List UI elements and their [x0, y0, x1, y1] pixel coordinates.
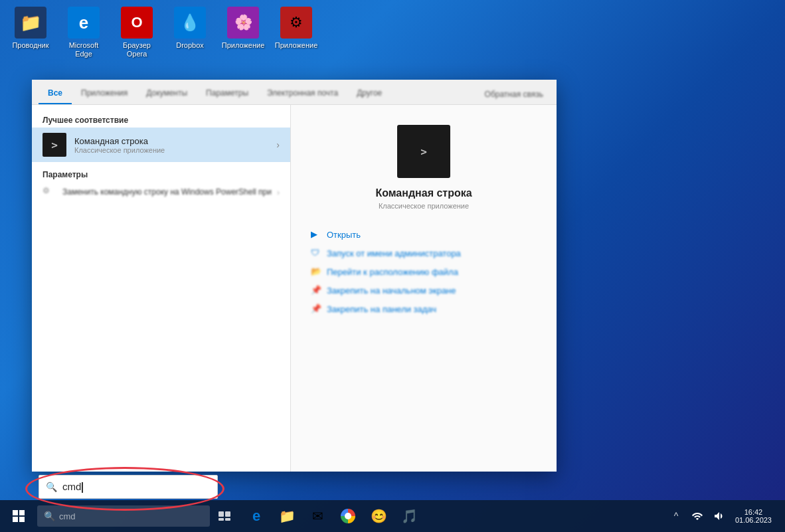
- result-item-cmd[interactable]: Командная строка Классическое приложение…: [32, 128, 290, 162]
- best-match-title: Лучшее соответствие: [32, 112, 290, 128]
- taskbar-app-edge[interactable]: e: [242, 501, 271, 531]
- desktop-icon-opera[interactable]: O Браузер Opera: [113, 7, 161, 58]
- action-location[interactable]: 📂 Перейти к расположению файла: [304, 263, 543, 280]
- tab-other[interactable]: Другое: [347, 83, 391, 104]
- action-open-text: Открыть: [327, 230, 361, 240]
- left-panel: Лучшее соответствие Командная строка Кла…: [32, 105, 291, 472]
- tray-network[interactable]: [687, 506, 707, 526]
- taskbar-app-explorer[interactable]: 📁: [272, 501, 302, 531]
- right-panel: Командная строка Классическое приложение…: [291, 105, 557, 472]
- system-tray: ^ 16:42 01.06.2023: [666, 506, 782, 526]
- desktop-icon-edge[interactable]: e Microsoft Edge: [60, 7, 108, 58]
- action-admin[interactable]: 🛡 Запуск от имени администратора: [304, 244, 543, 262]
- params-arrow: ›: [277, 188, 280, 197]
- result-sub: Классическое приложение: [74, 146, 276, 154]
- icon-label: Microsoft Edge: [60, 41, 108, 58]
- start-menu-tabs: Все Приложения Документы Параметры Элект…: [32, 80, 557, 105]
- action-open-icon: ▶: [311, 229, 321, 240]
- icon-label: Dropbox: [176, 41, 204, 50]
- tab-email[interactable]: Электронная почта: [258, 83, 347, 104]
- action-pin-taskbar[interactable]: 📌 Закрепить на панели задач: [304, 300, 543, 317]
- start-menu-body: Лучшее соответствие Командная строка Кла…: [32, 105, 557, 472]
- tab-docs[interactable]: Документы: [137, 83, 197, 104]
- svg-rect-5: [225, 511, 230, 517]
- action-admin-text: Запуск от имени администратора: [327, 248, 461, 258]
- desktop: 📁 Проводник e Microsoft Edge O Браузер O…: [0, 0, 785, 532]
- search-bar-icon: 🔍: [46, 482, 57, 492]
- svg-rect-2: [13, 517, 18, 522]
- taskbar-app-mail[interactable]: ✉: [303, 501, 332, 531]
- search-bar[interactable]: 🔍 cmd: [39, 475, 218, 499]
- tab-settings[interactable]: Параметры: [197, 83, 258, 104]
- desktop-icon-app1[interactable]: 🌸 Приложение: [219, 7, 267, 50]
- params-section: Параметры ⚙ Заменить командную строку на…: [32, 162, 290, 207]
- svg-rect-7: [225, 518, 230, 521]
- result-name: Командная строка: [74, 136, 276, 146]
- taskbar-apps: e 📁 ✉ 😊 🎵: [242, 501, 666, 531]
- taskbar-app-music[interactable]: 🎵: [394, 501, 424, 531]
- right-subtitle: Классическое приложение: [379, 202, 469, 210]
- task-view-button[interactable]: [210, 501, 239, 531]
- params-item[interactable]: ⚙ Заменить командную строку на Windows P…: [32, 182, 290, 203]
- right-actions: ▶ Открыть 🛡 Запуск от имени администрато…: [304, 226, 543, 317]
- search-query: cmd: [59, 511, 76, 521]
- icon-label: Проводник: [12, 41, 48, 50]
- svg-rect-3: [19, 517, 25, 522]
- icon-label: Приложение: [275, 41, 318, 50]
- action-location-icon: 📂: [311, 266, 321, 277]
- taskbar-search-icon: 🔍: [44, 511, 55, 521]
- svg-rect-0: [13, 510, 18, 515]
- action-pin-start-icon: 📌: [311, 285, 321, 296]
- start-menu: Все Приложения Документы Параметры Элект…: [32, 80, 557, 472]
- cmd-result-icon: [43, 133, 66, 157]
- svg-rect-4: [218, 511, 224, 517]
- tray-chevron[interactable]: ^: [666, 506, 686, 526]
- search-cursor: [82, 482, 83, 493]
- icon-label: Приложение: [222, 41, 265, 50]
- desktop-icons-area: 📁 Проводник e Microsoft Edge O Браузер O…: [7, 7, 320, 58]
- desktop-icon-app2[interactable]: ⚙ Приложение: [272, 7, 320, 50]
- tray-volume[interactable]: [709, 506, 729, 526]
- action-pin-taskbar-icon: 📌: [311, 304, 321, 314]
- right-cmd-icon: [397, 125, 450, 178]
- taskbar: 🔍 cmd e 📁 ✉: [0, 500, 785, 532]
- action-pin-taskbar-text: Закрепить на панели задач: [327, 304, 436, 314]
- taskbar-app-emoji[interactable]: 😊: [364, 501, 393, 531]
- right-title: Командная строка: [375, 187, 472, 199]
- clock-time: 16:42: [744, 508, 763, 516]
- search-bar-area: 🔍 cmd: [39, 475, 218, 499]
- svg-rect-1: [19, 510, 25, 515]
- start-button[interactable]: [3, 500, 35, 532]
- tab-all[interactable]: Все: [39, 83, 72, 104]
- taskbar-app-chrome[interactable]: [333, 501, 363, 531]
- action-admin-icon: 🛡: [311, 248, 321, 258]
- svg-rect-6: [218, 518, 224, 521]
- result-arrow: ›: [276, 139, 280, 150]
- result-item-text: Командная строка Классическое приложение: [74, 136, 276, 154]
- desktop-icon-explorer[interactable]: 📁 Проводник: [7, 7, 54, 50]
- icon-label: Браузер Opera: [113, 41, 161, 58]
- taskbar-search-box[interactable]: 🔍 cmd: [37, 505, 210, 527]
- tab-feedback[interactable]: Обратная связь: [478, 84, 550, 104]
- desktop-icon-dropbox[interactable]: 💧 Dropbox: [166, 7, 214, 50]
- action-pin-start-text: Закрепить на начальном экране: [327, 286, 456, 296]
- params-title: Параметры: [32, 166, 290, 182]
- tab-apps[interactable]: Приложения: [72, 83, 137, 104]
- action-location-text: Перейти к расположению файла: [327, 267, 458, 277]
- clock-date: 01.06.2023: [735, 516, 772, 524]
- action-open[interactable]: ▶ Открыть: [304, 226, 543, 243]
- search-input-value: cmd: [62, 481, 211, 493]
- action-pin-start[interactable]: 📌 Закрепить на начальном экране: [304, 282, 543, 299]
- system-clock[interactable]: 16:42 01.06.2023: [730, 508, 777, 524]
- params-item-text: Заменить командную строку на Windows Pow…: [62, 187, 277, 198]
- params-item-icon: ⚙: [43, 186, 56, 199]
